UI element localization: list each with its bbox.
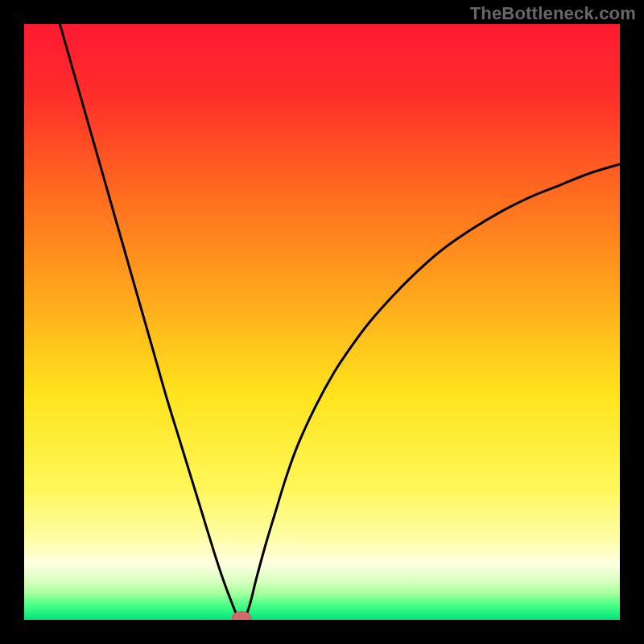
bottleneck-curve-svg bbox=[24, 24, 620, 620]
watermark-text: TheBottleneck.com bbox=[470, 3, 636, 24]
plot-area bbox=[24, 24, 620, 620]
gradient-background bbox=[24, 24, 620, 620]
optimal-point-marker bbox=[232, 612, 251, 620]
chart-frame: TheBottleneck.com bbox=[0, 0, 644, 644]
